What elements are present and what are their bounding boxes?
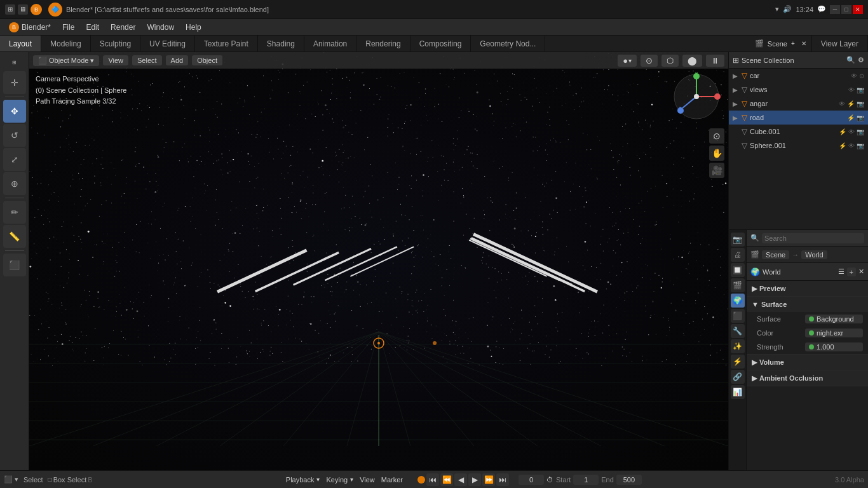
viewport-shading-selector[interactable]: ● ▾ [618, 55, 637, 67]
maximize-button[interactable]: □ [841, 5, 851, 14]
playback-dropdown[interactable]: ▾ [316, 476, 320, 483]
view-menu-button[interactable]: View [103, 55, 128, 65]
object-menu-button[interactable]: Object [192, 55, 222, 65]
bottom-mode-selector[interactable]: ⬛ ▾ [4, 475, 18, 484]
viewport-gizmo[interactable]: X Y Z [671, 71, 722, 122]
taskbar-icon[interactable]: 🖥 [18, 4, 28, 15]
cursor-tool-button[interactable]: ✛ [3, 71, 26, 94]
views-visible-icon[interactable]: 👁 [848, 86, 855, 93]
expand-arrow-road[interactable]: ▶ [733, 114, 739, 121]
volume-section-header[interactable]: ▶ Volume [747, 355, 868, 370]
close-button[interactable]: ✕ [853, 5, 863, 14]
road-render-icon[interactable]: 📷 [857, 114, 864, 121]
world-unlink-icon[interactable]: ✕ [858, 268, 864, 276]
modifier-properties-icon[interactable]: 🔧 [731, 324, 745, 338]
color-value[interactable]: night.exr [805, 329, 863, 337]
strength-value[interactable]: 1.000 [805, 342, 863, 351]
properties-search-input[interactable] [762, 233, 864, 243]
tab-compositing[interactable]: Compositing [410, 36, 471, 51]
render-region-button[interactable]: ⬤ [682, 55, 702, 67]
angar-extra-icon[interactable]: ⚡ [847, 100, 855, 107]
menu-help[interactable]: Help [180, 22, 207, 33]
cube001-visible-icon[interactable]: 👁 [848, 128, 855, 135]
add-cube-button[interactable]: ⬛ [3, 254, 26, 276]
xray-toggle[interactable]: ⬡ [661, 55, 679, 67]
constraints-properties-icon[interactable]: 🔗 [731, 370, 745, 384]
view-layer-tab[interactable]: View Layer [811, 36, 868, 51]
measure-tool-button[interactable]: 📏 [3, 225, 26, 248]
zoom-to-view-button[interactable]: ⊙ [709, 128, 724, 144]
world-browse-icon[interactable]: ☰ [838, 268, 844, 276]
cube001-extra-icon[interactable]: ⚡ [839, 128, 846, 135]
blender-taskbar-icon[interactable]: B [31, 4, 42, 15]
views-render-icon[interactable]: 📷 [857, 86, 864, 93]
window-controls[interactable]: ─ □ ✕ [830, 5, 863, 14]
scene-remove-icon[interactable]: ✕ [801, 40, 806, 47]
world-selector-label[interactable]: World [801, 250, 827, 259]
outliner-item-cube001[interactable]: ▽ Cube.001 ⚡ 👁 📷 [729, 125, 868, 139]
scene-selector-label[interactable]: Scene [762, 250, 789, 259]
minimize-button[interactable]: ─ [830, 5, 840, 14]
scene-label[interactable]: Scene [768, 40, 787, 48]
tab-sculpting[interactable]: Sculpting [91, 36, 140, 51]
viewport[interactable]: ⬛ Object Mode ▾ View Select Add Object ●… [29, 52, 728, 470]
angar-render-icon[interactable]: 📷 [857, 100, 864, 107]
camera-view-button[interactable]: 🎥 [709, 163, 724, 178]
world-properties-icon[interactable]: 🌍 [731, 294, 745, 308]
jump-start-button[interactable]: ⏮ [426, 473, 439, 486]
tab-shading[interactable]: Shading [258, 36, 304, 51]
move-tool-button[interactable]: ✥ [3, 100, 26, 123]
marker-label[interactable]: Marker [381, 476, 403, 484]
pan-view-button[interactable]: ✋ [709, 146, 724, 161]
sphere001-visible-icon[interactable]: 👁 [848, 142, 855, 149]
pause-render-button[interactable]: ⏸ [706, 55, 724, 67]
outliner-item-views[interactable]: ▶ ▽ views 👁 📷 [729, 83, 868, 97]
tab-rendering[interactable]: Rendering [356, 36, 410, 51]
physics-properties-icon[interactable]: ⚡ [731, 355, 745, 369]
scene-properties-icon[interactable]: 🎬 [731, 278, 745, 292]
scale-tool-button[interactable]: ⤢ [3, 148, 26, 171]
expand-arrow-angar[interactable]: ▶ [733, 100, 739, 107]
cube001-render-icon[interactable]: 📷 [857, 128, 864, 135]
play-button[interactable]: ▶ [468, 473, 481, 486]
outliner-item-angar[interactable]: ▶ ▽ angar 👁 ⚡ 📷 [729, 97, 868, 111]
step-back-button[interactable]: ⏪ [440, 473, 453, 486]
outliner-filter-icon[interactable]: 🔍 [846, 56, 855, 64]
keyframe-indicator[interactable] [417, 476, 425, 484]
outliner-item-road[interactable]: ▶ ▽ road ⚡ 📷 [729, 111, 868, 125]
menu-file[interactable]: File [57, 22, 79, 33]
current-frame-field[interactable]: 0 [519, 475, 544, 485]
object-data-properties-icon[interactable]: 📊 [731, 385, 745, 399]
jump-end-button[interactable]: ⏭ [496, 473, 509, 486]
particles-properties-icon[interactable]: ✨ [731, 339, 745, 353]
select-menu-button[interactable]: Select [132, 55, 162, 65]
menu-window[interactable]: Window [142, 22, 179, 33]
outliner-item-sphere001[interactable]: ▽ Sphere.001 ⚡ 👁 📷 [729, 139, 868, 152]
box-select-label[interactable]: □ Box Select B [48, 476, 93, 484]
view-label-bottom[interactable]: View [360, 476, 375, 484]
playback-label[interactable]: Playback [286, 476, 315, 484]
surface-type-value[interactable]: Background [805, 315, 863, 323]
outliner-item-car[interactable]: ▶ ▽ car 👁 ⊙ [729, 69, 868, 83]
sphere001-extra-icon[interactable]: ⚡ [839, 142, 846, 149]
sphere001-render-icon[interactable]: 📷 [857, 142, 864, 149]
tab-geometry[interactable]: Geometry Nod... [471, 36, 545, 51]
scene-add-icon[interactable]: + [791, 40, 795, 47]
ao-section-header[interactable]: ▶ Ambient Occlusion [747, 370, 868, 386]
rotate-tool-button[interactable]: ↺ [3, 124, 26, 147]
expand-arrow-car[interactable]: ▶ [733, 72, 739, 79]
menu-blender[interactable]: B Blender* [4, 21, 56, 34]
scene-selector[interactable]: 🎬 Scene + ✕ [750, 36, 811, 51]
output-properties-icon[interactable]: 🖨 [731, 248, 745, 262]
menu-edit[interactable]: Edit [81, 22, 104, 33]
start-frame-field[interactable]: 1 [573, 475, 599, 485]
preview-section-header[interactable]: ▶ Preview [747, 281, 868, 296]
step-forward-button[interactable]: ⏩ [482, 473, 495, 486]
end-frame-field[interactable]: 500 [616, 475, 642, 485]
viewport-selector-button[interactable]: ⊞ [3, 55, 26, 70]
menu-render[interactable]: Render [105, 22, 140, 33]
object-properties-icon[interactable]: ⬛ [731, 309, 745, 323]
road-extra-icon[interactable]: ⚡ [847, 114, 855, 121]
tab-modeling[interactable]: Modeling [41, 36, 91, 51]
car-hide-viewport-icon[interactable]: ⊙ [859, 72, 864, 79]
